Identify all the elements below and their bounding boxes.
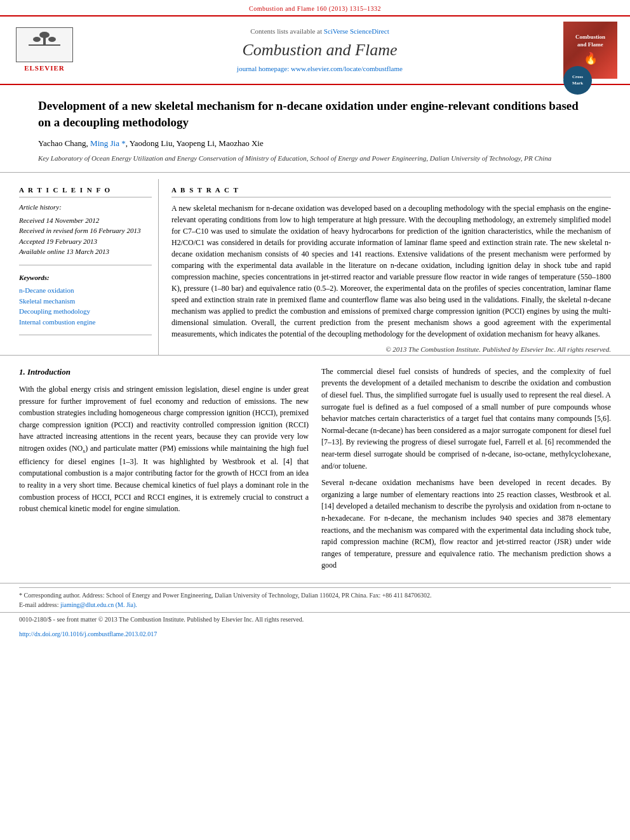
svg-point-2: [39, 32, 50, 38]
the-word: The: [498, 549, 510, 558]
elsevier-brand-text: ELSEVIER: [24, 63, 65, 73]
article-title: Development of a new skeletal mechanism …: [38, 98, 592, 130]
sciverse-prefix: Contents lists available at: [250, 27, 322, 35]
received-date: Received 14 November 2012: [19, 215, 152, 226]
author-chang: Yachao Chang,: [38, 138, 90, 148]
footnote-email: E-mail address: jiaming@dlut.edu.cn (M. …: [19, 600, 611, 610]
author-jia[interactable]: Ming Jia *: [90, 138, 126, 148]
journal-cover-flame-icon: 🔥: [584, 51, 598, 67]
author-liu: Yaodong Liu, Yaopeng Li, Maozhao Xie: [130, 138, 264, 148]
crossmark-badge: Cross Mark: [563, 66, 592, 95]
surrogate-word: surrogate: [429, 390, 458, 399]
svg-rect-0: [29, 44, 60, 46]
two-col-section: A R T I C L E I N F O Article history: R…: [0, 179, 630, 355]
intro-para1: With the global energy crisis and string…: [19, 383, 309, 515]
article-info-col: A R T I C L E I N F O Article history: R…: [19, 179, 159, 355]
intro-para3: Several n-decane oxidation mechanisms ha…: [321, 477, 611, 571]
sciverse-line: Contents lists available at SciVerse Sci…: [76, 27, 563, 36]
footer-bar: 0010-2180/$ - see front matter © 2013 Th…: [0, 612, 630, 627]
body-left-col: 1. Introduction With the global energy c…: [19, 366, 309, 577]
abstract-text: A new skeletal mechanism for n-decane ox…: [171, 203, 611, 340]
footnote-corresponding: * Corresponding author. Address: School …: [19, 590, 611, 600]
history-heading: Article history:: [19, 203, 152, 212]
journal-cover-title: Combustion and Flame: [575, 34, 605, 48]
article-info-label: A R T I C L E I N F O: [19, 185, 152, 197]
body-section: 1. Introduction With the global energy c…: [0, 355, 630, 583]
revised-date: Received in revised form 16 February 201…: [19, 225, 152, 236]
article-history: Article history: Received 14 November 20…: [19, 203, 152, 257]
body-right-col: The commercial diesel fuel consists of h…: [321, 366, 611, 577]
intro-para2: The commercial diesel fuel consists of h…: [321, 366, 611, 472]
svg-point-4: [48, 37, 56, 42]
authors-line: Yachao Chang, Ming Jia *, Yaodong Liu, Y…: [38, 138, 592, 149]
keywords-section: Keywords: n-Decane oxidation Skeletal me…: [19, 273, 152, 327]
affiliation-line: Key Laboratory of Ocean Energy Utilizati…: [38, 154, 592, 163]
footer-issn: 0010-2180/$ - see front matter © 2013 Th…: [19, 615, 304, 624]
footnote-area: * Corresponding author. Address: School …: [0, 583, 630, 612]
elsevier-logo-img: [16, 27, 73, 62]
history-divider: [19, 265, 152, 265]
intro-heading: 1. Introduction: [19, 366, 309, 378]
journal-homepage-link[interactable]: journal homepage: www.elsevier.com/locat…: [237, 65, 403, 72]
body-two-col: 1. Introduction With the global energy c…: [19, 366, 611, 577]
main-header: ELSEVIER Contents lists available at Sci…: [0, 17, 630, 85]
article-title-section: Cross Mark Development of a new skeletal…: [0, 85, 630, 173]
keyword-3[interactable]: Decoupling methodology: [19, 306, 152, 317]
abstract-col: A B S T R A C T A new skeletal mechanism…: [171, 179, 611, 355]
header-center: Contents lists available at SciVerse Sci…: [76, 27, 563, 74]
footnote-email-link[interactable]: jiaming@dlut.edu.cn (M. Jia).: [60, 601, 137, 608]
keywords-divider: [19, 335, 152, 335]
journal-top-line: Combustion and Flame 160 (2013) 1315–133…: [249, 5, 381, 12]
keyword-2[interactable]: Skeletal mechanism: [19, 296, 152, 307]
journal-header-bar: Combustion and Flame 160 (2013) 1315–133…: [0, 0, 630, 17]
keyword-1[interactable]: n-Decane oxidation: [19, 285, 152, 296]
email-label: E-mail address:: [19, 601, 58, 608]
available-date: Available online 13 March 2013: [19, 246, 152, 257]
footer-doi-link[interactable]: http://dx.doi.org/10.1016/j.combustflame…: [19, 630, 157, 637]
journal-homepage: journal homepage: www.elsevier.com/locat…: [76, 64, 563, 74]
svg-point-3: [33, 37, 41, 42]
keywords-label: Keywords:: [19, 273, 152, 283]
elsevier-logo: ELSEVIER: [13, 27, 76, 73]
accepted-date: Accepted 19 February 2013: [19, 236, 152, 247]
sciverse-link[interactable]: SciVerse ScienceDirect: [324, 27, 389, 35]
abstract-label: A B S T R A C T: [171, 185, 611, 197]
keyword-4[interactable]: Internal combustion engine: [19, 317, 152, 328]
journal-main-title: Combustion and Flame: [76, 39, 563, 62]
copyright-line: © 2013 The Combustion Institute. Publish…: [171, 345, 611, 354]
